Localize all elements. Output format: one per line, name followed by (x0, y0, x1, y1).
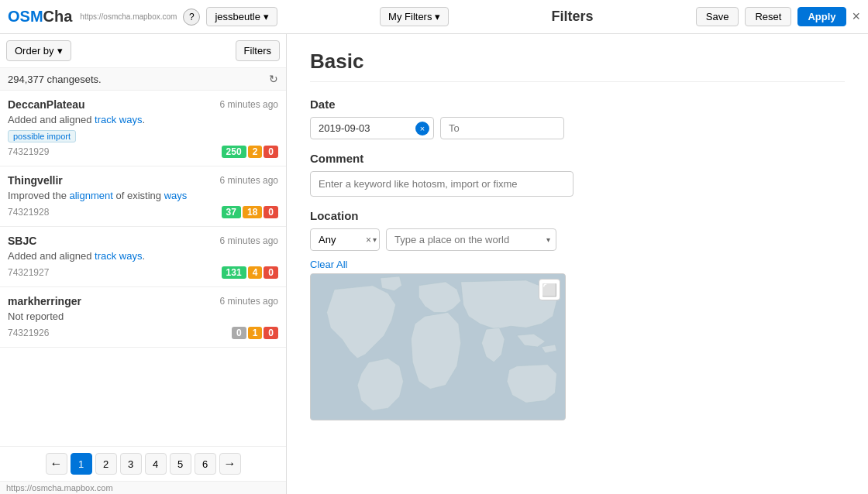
map-container: ⬜ (310, 273, 566, 420)
count-badges: 131 4 0 (222, 266, 278, 279)
select-clear-icon[interactable]: × (366, 235, 371, 245)
changeset-footer: 74321927 131 4 0 (8, 266, 278, 279)
badge-red: 0 (264, 266, 278, 279)
changeset-header: Thingvellir 6 minutes ago (8, 174, 278, 187)
close-button[interactable]: × (852, 9, 861, 25)
badge-yellow: 18 (243, 206, 262, 218)
left-panel: Order by ▾ Filters 294,377 changesets. ↻… (0, 34, 287, 494)
apply-button[interactable]: Apply (797, 7, 846, 26)
comment-row (310, 171, 845, 197)
changeset-footer: 74321926 0 1 0 (8, 327, 278, 339)
filters-title: Filters (552, 9, 594, 25)
count-badges: 0 1 0 (232, 327, 278, 339)
order-by-button[interactable]: Order by ▾ (6, 40, 71, 61)
count-badges: 250 2 0 (222, 146, 278, 158)
select-icons: × ▾ (366, 235, 377, 245)
changeset-time: 6 minutes ago (220, 296, 278, 307)
page-5-button[interactable]: 5 (170, 453, 191, 475)
filters-button[interactable]: Filters (236, 40, 280, 61)
changeset-author: markherringer (8, 295, 81, 307)
badge-green: 250 (222, 146, 246, 158)
changeset-desc: Improved the alignment of existing ways (8, 190, 278, 201)
changeset-time: 6 minutes ago (220, 99, 278, 110)
prev-page-button[interactable]: ← (46, 453, 67, 475)
date-from-wrap: × (310, 117, 434, 139)
badge-yellow: 4 (248, 266, 263, 279)
changeset-author: SBJC (8, 235, 36, 247)
location-row: Any × ▾ ▾ (310, 228, 845, 251)
world-map (311, 274, 565, 420)
comment-input[interactable] (310, 171, 574, 197)
changeset-item: DeccanPlateau 6 minutes ago Added and al… (0, 91, 286, 166)
changeset-item: markherringer 6 minutes ago Not reported… (0, 287, 286, 348)
changeset-id: 74321926 (8, 328, 49, 338)
changeset-desc: Added and aligned track ways. (8, 250, 278, 262)
user-menu-button[interactable]: jessbeutle ▾ (206, 7, 277, 26)
refresh-icon[interactable]: ↻ (269, 73, 278, 85)
logo-cha: Cha (43, 8, 73, 25)
count-badges: 37 18 0 (222, 206, 278, 218)
version: https://osmcha.mapbox.com (80, 12, 177, 21)
left-toolbar: Order by ▾ Filters (0, 34, 286, 68)
changesets-list: DeccanPlateau 6 minutes ago Added and al… (0, 91, 286, 446)
changeset-count: 294,377 changesets. ↻ (0, 68, 286, 91)
page-4-button[interactable]: 4 (145, 453, 167, 475)
main-layout: Order by ▾ Filters 294,377 changesets. ↻… (0, 34, 868, 494)
page-2-button[interactable]: 2 (95, 453, 117, 475)
date-to-input[interactable] (440, 117, 564, 139)
map-draw-button[interactable]: ⬜ (539, 279, 560, 300)
place-input-wrap: ▾ (386, 228, 556, 251)
changeset-item: Thingvellir 6 minutes ago Improved the a… (0, 166, 286, 227)
badge-gray: 0 (232, 327, 246, 339)
map-controls: Clear All (310, 259, 845, 270)
date-clear-button[interactable]: × (415, 122, 429, 136)
badge-red: 0 (264, 327, 278, 339)
changeset-header: DeccanPlateau 6 minutes ago (8, 98, 278, 111)
reset-button[interactable]: Reset (745, 7, 791, 26)
page-6-button[interactable]: 6 (195, 453, 216, 475)
badge-green: 131 (222, 266, 246, 279)
badge-red: 0 (264, 146, 278, 158)
logo: OSMCha (8, 8, 72, 26)
pagination: ← 1 2 3 4 5 6 → (0, 446, 286, 481)
changeset-desc: Added and aligned track ways. (8, 114, 278, 125)
comment-label: Comment (310, 152, 845, 165)
date-row: × (310, 117, 845, 139)
changeset-id: 74321929 (8, 146, 49, 157)
bottom-url: https://osmcha.mapbox.com (0, 481, 286, 494)
section-title: Basic (310, 50, 845, 74)
location-label: Location (310, 209, 845, 222)
page-3-button[interactable]: 3 (120, 453, 142, 475)
next-page-button[interactable]: → (219, 453, 241, 475)
help-button[interactable]: ? (183, 9, 200, 26)
my-filters-button[interactable]: My Filters ▾ (380, 7, 449, 26)
changeset-header: markherringer 6 minutes ago (8, 295, 278, 307)
changeset-author: DeccanPlateau (8, 98, 85, 111)
changeset-time: 6 minutes ago (220, 235, 278, 246)
page-1-button[interactable]: 1 (71, 453, 92, 475)
clear-all-link[interactable]: Clear All (310, 259, 347, 270)
draw-icon: ⬜ (542, 283, 557, 297)
changeset-desc: Not reported (8, 310, 278, 322)
changeset-id: 74321928 (8, 207, 49, 218)
changeset-header: SBJC 6 minutes ago (8, 235, 278, 247)
badge-yellow: 2 (248, 146, 263, 158)
tag-badge: possible import (8, 130, 76, 142)
section-divider (310, 81, 845, 82)
logo-osm: OSM (8, 8, 43, 25)
top-bar: OSMCha https://osmcha.mapbox.com ? jessb… (0, 0, 868, 34)
place-input[interactable] (386, 228, 556, 251)
changeset-time: 6 minutes ago (220, 175, 278, 186)
changeset-item: SBJC 6 minutes ago Added and aligned tra… (0, 227, 286, 287)
place-dropdown-icon: ▾ (546, 235, 550, 244)
date-label: Date (310, 98, 845, 111)
badge-red: 0 (264, 206, 278, 218)
badge-green: 37 (222, 206, 241, 218)
right-panel: Basic Date × Comment Location Any × (287, 34, 868, 494)
select-arrow-icon: ▾ (373, 235, 377, 244)
badge-yellow: 1 (248, 327, 263, 339)
changeset-author: Thingvellir (8, 174, 63, 187)
location-select-wrap: Any × ▾ (310, 228, 380, 251)
changeset-footer: 74321929 250 2 0 (8, 146, 278, 158)
save-button[interactable]: Save (696, 7, 739, 26)
